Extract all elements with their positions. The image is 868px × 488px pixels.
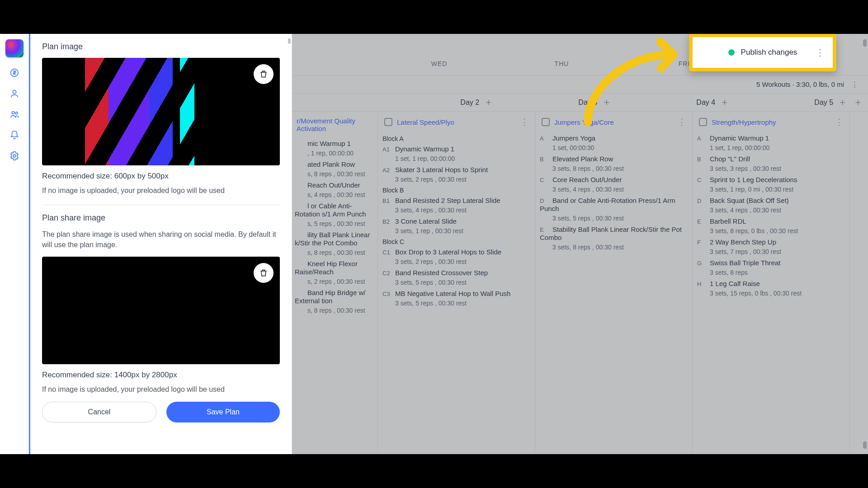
exercise-tag: B2	[382, 218, 392, 225]
exercise-item[interactable]: mic Warmup 1, 1 rep, 00:00:00	[295, 140, 373, 157]
delete-share-image-button[interactable]	[254, 263, 274, 283]
exercise-item[interactable]: A1Dynamic Warmup 11 set, 1 rep, 00:00:00	[382, 145, 530, 162]
exercise-item[interactable]: ility Ball Plank Linear k/Stir the Pot C…	[295, 231, 373, 256]
clients-icon[interactable]	[9, 109, 20, 120]
exercise-item[interactable]: C2Band Resisted Crossover Step3 sets, 5 …	[382, 269, 530, 286]
exercise-item[interactable]: F2 Way Bench Step Up3 sets, 7 reps , 00:…	[697, 238, 845, 255]
exercise-meta: 3 sets, 4 reps , 00:30 rest	[552, 186, 688, 193]
exercise-meta: 3 sets, 4 reps , 00:30 rest	[710, 206, 845, 214]
cancel-button[interactable]: Cancel	[42, 402, 156, 422]
exercise-item[interactable]: l or Cable Anti-Rotation s/1 Arm Punchs,…	[295, 202, 373, 227]
more-icon[interactable]: ⋮	[835, 117, 843, 127]
add-icon[interactable]: +	[486, 98, 491, 108]
day-cell-2[interactable]: Day 2+	[378, 94, 496, 111]
exercise-item[interactable]: A2Skater 3 Lateral Hops to Sprint3 sets,…	[382, 166, 530, 183]
block-label: Block B	[382, 187, 530, 194]
exercise-item[interactable]: CSprint to 1 Leg Decelerations3 sets, 1 …	[697, 176, 845, 193]
exercise-meta: 3 sets, 2 reps , 00:30 rest	[395, 258, 530, 265]
exercise-tag: E	[697, 218, 707, 225]
svg-point-1	[13, 90, 16, 94]
exercise-item[interactable]: ated Plank Rows, 8 reps , 00:30 rest	[295, 160, 373, 178]
exercise-name: Skater 3 Lateral Hops to Sprint	[395, 166, 488, 174]
block-label: Block A	[382, 135, 530, 142]
exercise-meta: 3 sets, 4 reps , 00:30 rest	[395, 206, 530, 214]
exercise-name: Band or Cable Anti-Rotation Press/1 Arm …	[540, 197, 675, 212]
settings-icon[interactable]	[9, 150, 20, 161]
save-plan-button[interactable]: Save Plan	[166, 402, 280, 422]
add-icon[interactable]: +	[722, 98, 727, 108]
day-cell-5[interactable]: Day 5+	[732, 94, 850, 111]
exercise-meta: 3 sets, 8 reps	[710, 269, 845, 276]
publish-label: Publish changes	[741, 48, 797, 57]
add-icon[interactable]: +	[840, 98, 845, 108]
exercise-item[interactable]: EBarbell RDL3 sets, 8 reps, 0 lbs , 00:3…	[697, 217, 845, 235]
more-icon[interactable]: ⋮	[520, 117, 528, 127]
exercise-tag: C2	[382, 270, 392, 277]
exercise-item[interactable]: C3MB Negative Lateral Hop to Wall Push3 …	[382, 290, 530, 307]
exercise-tag: D	[697, 197, 707, 204]
week-summary-more-icon[interactable]: ⋮	[851, 80, 858, 89]
exercise-meta: 3 sets, 7 reps , 00:30 rest	[710, 248, 845, 255]
exercise-item[interactable]: H1 Leg Calf Raise3 sets, 15 reps, 0 lbs …	[697, 280, 845, 297]
more-icon[interactable]: ⋮	[816, 47, 825, 58]
app-logo[interactable]	[5, 39, 24, 57]
exercise-name: ility Ball Plank Linear k/Stir the Pot C…	[295, 231, 370, 247]
exercise-item[interactable]: ADynamic Warmup 11 set, 1 rep, 00:00:00	[697, 134, 845, 151]
exercise-meta: s, 8 reps , 00:30 rest	[307, 249, 373, 256]
exercise-tag: H	[697, 281, 707, 287]
exercise-meta: s, 4 reps , 00:30 rest	[307, 191, 373, 198]
exercise-item[interactable]: GSwiss Ball Triple Threat3 sets, 8 reps	[697, 259, 845, 276]
workout-col-thu: Jumpers Yoga/Core ⋮ AJumpers Yoga1 set, …	[535, 112, 693, 454]
svg-point-3	[15, 112, 18, 114]
workout-columns: r/Movement Quality Activation mic Warmup…	[292, 112, 868, 454]
exercise-tag: C	[697, 177, 707, 183]
exercise-item[interactable]: B1Band Resisted 2 Step Lateral Slide3 se…	[382, 197, 530, 214]
workout-header[interactable]: Lateral Speed/Plyo ⋮	[382, 114, 530, 131]
exercise-item[interactable]: CCore Reach Out/Under3 sets, 4 reps , 00…	[540, 176, 688, 193]
checkbox-icon[interactable]	[384, 118, 392, 126]
exercise-meta: 1 set, 00:00:30	[552, 144, 688, 151]
billing-icon[interactable]	[9, 67, 20, 78]
letterbox-bottom	[0, 454, 868, 488]
exercise-name: MB Negative Lateral Hop to Wall Push	[395, 290, 510, 297]
exercise-item[interactable]: EStability Ball Plank Linear Rock/Stir t…	[540, 225, 688, 251]
workout-header[interactable]: Strength/Hypertrophy ⋮	[697, 114, 845, 131]
exercise-tag: A2	[382, 167, 392, 174]
exercise-item[interactable]: B23 Cone Lateral Slide3 sets, 1 rep , 00…	[382, 217, 530, 235]
status-dot-icon	[728, 49, 735, 56]
publish-changes-callout[interactable]: Publish changes ⋮	[689, 33, 836, 71]
checkbox-icon[interactable]	[542, 118, 550, 126]
workout-header[interactable]: r/Movement Quality Activation	[295, 114, 373, 137]
plan-image-art	[42, 58, 280, 165]
exercise-meta: 3 sets, 8 reps, 0 lbs , 00:30 rest	[710, 227, 845, 235]
delete-plan-image-button[interactable]	[254, 64, 274, 84]
exercise-meta: 3 sets, 1 rep, 0 mi , 00:30 rest	[710, 186, 845, 193]
exercise-item[interactable]: C1Box Drop to 3 Lateral Hops to Slide3 s…	[382, 248, 530, 265]
plan-image-title: Plan image	[42, 42, 280, 52]
exercise-tag: F	[697, 239, 707, 246]
exercise-item[interactable]: AJumpers Yoga1 set, 00:00:30	[540, 134, 688, 151]
plan-settings-panel: Plan image Recommended size: 600px by 50…	[29, 34, 292, 454]
exercise-meta: s, 8 reps , 00:30 rest	[307, 170, 373, 178]
exercise-item[interactable]: DBack Squat (Back Off Set)3 sets, 4 reps…	[697, 197, 845, 214]
exercise-name: Elevated Plank Row	[552, 155, 613, 163]
plan-image-preview[interactable]	[42, 58, 280, 165]
bell-icon[interactable]	[9, 130, 20, 141]
day-label: Day 5	[814, 99, 833, 107]
exercise-name: Barbell RDL	[710, 217, 746, 225]
exercise-item[interactable]: BElevated Plank Row3 sets, 8 reps , 00:3…	[540, 155, 688, 172]
exercise-tag: D	[540, 197, 550, 204]
exercise-item[interactable]: Band Hip Bridge w/ External tions, 8 rep…	[295, 289, 373, 314]
exercise-item[interactable]: DBand or Cable Anti-Rotation Press/1 Arm…	[540, 197, 688, 222]
exercise-item[interactable]: BChop "L" Drill3 sets, 3 reps , 00:30 re…	[697, 155, 845, 172]
panel-scrollbar[interactable]	[287, 36, 292, 454]
exercise-item[interactable]: Reach Out/Unders, 4 reps , 00:30 rest	[295, 181, 373, 198]
add-icon[interactable]: +	[855, 98, 861, 108]
exercise-item[interactable]: Kneel Hip Flexor Raise/Reachs, 2 reps , …	[295, 260, 373, 285]
exercise-meta: 3 sets, 3 reps , 00:30 rest	[710, 165, 845, 172]
exercise-name: Swiss Ball Triple Threat	[710, 259, 780, 267]
main-scrollbar[interactable]	[862, 34, 868, 454]
share-image-preview[interactable]	[42, 257, 280, 364]
exercise-name: Box Drop to 3 Lateral Hops to Slide	[395, 248, 501, 256]
profile-icon[interactable]	[9, 88, 20, 99]
